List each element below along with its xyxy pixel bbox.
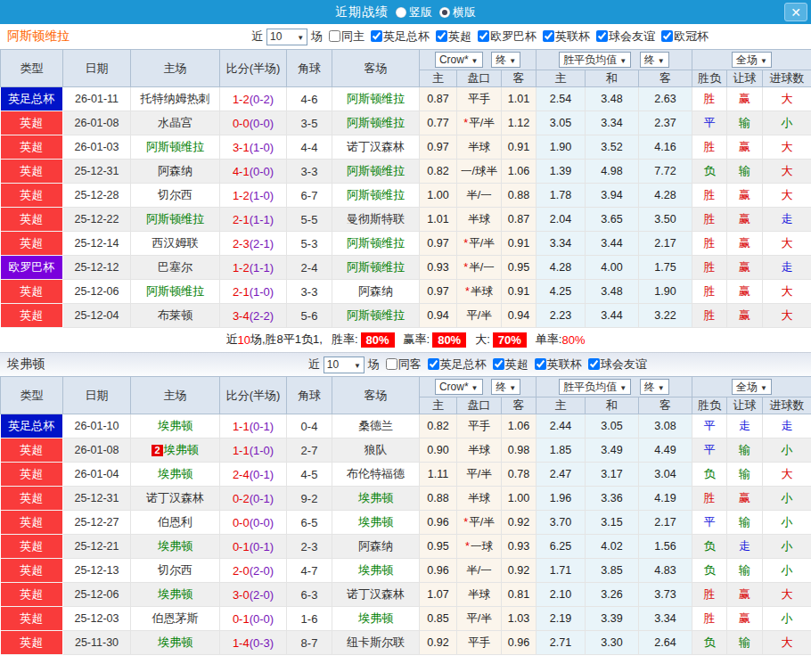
avg-odds-select[interactable]: 胜平负均值	[559, 52, 631, 68]
competition-filter-checkbox[interactable]	[371, 30, 382, 42]
cell-handicap: 半球	[457, 438, 502, 463]
same-venue-filter-checkbox[interactable]	[329, 30, 340, 42]
cell-result-goals: 大	[763, 463, 811, 487]
competition-filter-checkbox[interactable]	[535, 358, 546, 370]
competition-filter[interactable]: 欧冠杯	[657, 29, 709, 45]
cell-avg-away: 4.83	[639, 559, 692, 583]
cell-corners: 6-5	[287, 511, 332, 535]
games-label: 场	[311, 29, 323, 45]
cell-home-odds: 0.95	[420, 535, 457, 559]
fulltime-score: 0-1	[233, 540, 250, 553]
cell-date: 26-01-08	[63, 111, 131, 135]
avg-odds-select[interactable]: 胜平负均值	[559, 379, 631, 395]
cell-date: 25-12-31	[63, 487, 131, 511]
competition-filter-checkbox[interactable]	[588, 358, 600, 370]
cell-result-goals: 小	[763, 535, 811, 559]
col-header-date: 日期	[63, 50, 131, 87]
cell-away-team: 阿斯顿维拉	[332, 87, 420, 111]
horizontal-layout-radio[interactable]: 横版	[439, 4, 476, 20]
match-count-select[interactable]: 10	[266, 29, 307, 45]
cell-handicap: 半/一	[457, 559, 502, 583]
same-venue-filter[interactable]: 同客	[381, 356, 422, 373]
avg-final-select[interactable]: 终	[640, 379, 669, 395]
competition-filter[interactable]: 英足总杯	[366, 29, 430, 45]
cell-score: 1-2(1-1)	[220, 256, 287, 280]
chevron-down-icon	[617, 53, 627, 66]
competition-filter-checkbox[interactable]	[493, 358, 504, 370]
odds-source-value: Crow*	[439, 53, 469, 66]
chevron-down-icon	[469, 53, 479, 66]
competition-filter-checkbox[interactable]	[436, 30, 447, 42]
cell-away-team: 埃弗顿	[332, 607, 420, 631]
match-row: 英足总杯26-01-11托特纳姆热刺1-2(0-2)4-6阿斯顿维拉0.87平手…	[1, 87, 811, 111]
match-row: 英超25-12-04布莱顿3-4(2-2)5-6阿斯顿维拉0.94平/半0.94…	[1, 304, 811, 328]
same-venue-filter-checkbox[interactable]	[386, 358, 397, 370]
summary-value: 80%	[432, 332, 466, 348]
cell-home-odds: 0.97	[420, 232, 457, 256]
halftime-score: (1-0)	[250, 285, 274, 299]
competition-filter-checkbox[interactable]	[428, 358, 439, 370]
match-row: 英超25-12-14西汉姆联2-3(2-1)5-3阿斯顿维拉0.97*平/半0.…	[1, 232, 811, 256]
odds-final-select[interactable]: 终	[491, 379, 520, 395]
competition-filter-checkbox[interactable]	[661, 30, 673, 42]
col-header-avg-away: 客	[639, 70, 692, 87]
col-header-goals: 进球数	[763, 397, 811, 414]
competition-filter-checkbox[interactable]	[543, 30, 554, 42]
recent-results-window: 近期战绩 竖版 横版 ✕ 阿斯顿维拉 近 10 场	[0, 0, 811, 655]
cell-corners: 6-3	[287, 583, 332, 607]
cell-result-wdl: 胜	[692, 135, 727, 160]
cell-avg-away: 4.28	[639, 184, 692, 208]
competition-filter[interactable]: 英联杯	[530, 356, 582, 373]
match-count-select[interactable]: 10	[324, 356, 365, 373]
competition-filter[interactable]: 欧罗巴杯	[473, 29, 537, 45]
competition-filter[interactable]: 英足总杯	[423, 356, 487, 373]
scope-select[interactable]: 全场	[732, 379, 772, 395]
close-button[interactable]: ✕	[784, 3, 807, 21]
col-header-avg-away: 客	[639, 397, 692, 414]
competition-filter-checkbox[interactable]	[596, 30, 608, 42]
odds-source-select[interactable]: Crow*	[435, 52, 483, 68]
competition-filter-label: 欧罗巴杯	[490, 29, 537, 45]
cell-date: 25-12-06	[63, 280, 131, 304]
competition-filter[interactable]: 球会友谊	[592, 29, 655, 45]
radio-unselected-icon	[396, 7, 406, 18]
away-team-name: 埃弗顿	[358, 491, 393, 504]
cell-handicap: *平/半	[457, 232, 502, 256]
cell-score: 3-4(2-2)	[220, 304, 287, 328]
cell-avg-away: 4.16	[639, 135, 692, 160]
cell-corners: 8-7	[287, 631, 332, 655]
home-team-name: 巴塞尔	[158, 260, 193, 274]
cell-away-odds: 1.01	[502, 87, 537, 111]
competition-filter[interactable]: 英超	[488, 356, 528, 373]
summary-count: 10	[237, 333, 250, 347]
competition-filter[interactable]: 英联杯	[538, 29, 590, 45]
competition-filter[interactable]: 球会友谊	[584, 356, 647, 373]
cell-avg-home: 1.96	[537, 487, 586, 511]
away-team-name: 纽卡斯尔联	[347, 635, 405, 649]
avg-final-select[interactable]: 终	[640, 52, 669, 68]
cell-handicap: *一球	[457, 535, 502, 559]
cell-corners: 3-3	[287, 280, 332, 304]
cell-avg-away: 2.63	[639, 87, 692, 111]
odds-final-select[interactable]: 终	[491, 52, 520, 68]
away-team-name: 阿斯顿维拉	[347, 260, 405, 274]
odds-source-select[interactable]: Crow*	[435, 379, 483, 395]
away-team-name: 阿斯顿维拉	[347, 308, 405, 322]
competition-filter-checkbox[interactable]	[478, 30, 489, 42]
competition-filters: 同主英足总杯英超欧罗巴杯英联杯球会友谊欧冠杯	[323, 29, 709, 45]
cell-result-handicap: 输	[727, 463, 763, 487]
cell-handicap: 半/一	[457, 184, 502, 208]
live-odds-star: *	[463, 237, 468, 250]
scope-select[interactable]: 全场	[732, 52, 772, 68]
cell-result-handicap: 赢	[727, 487, 763, 511]
cell-avg-home: 4.28	[537, 256, 586, 280]
filters: 近 10 场 同客英足总杯英超英联杯球会友谊	[308, 353, 647, 376]
handicap-value: 平/半	[466, 468, 491, 480]
cell-avg-draw: 4.02	[586, 535, 639, 559]
vertical-layout-radio[interactable]: 竖版	[396, 4, 432, 20]
same-venue-filter[interactable]: 同主	[324, 29, 365, 45]
competition-filter[interactable]: 英超	[431, 29, 471, 45]
cell-away-odds: 1.12	[502, 111, 537, 135]
cell-home-team: 伯恩利	[131, 511, 220, 535]
cell-result-goals: 小	[763, 511, 811, 535]
